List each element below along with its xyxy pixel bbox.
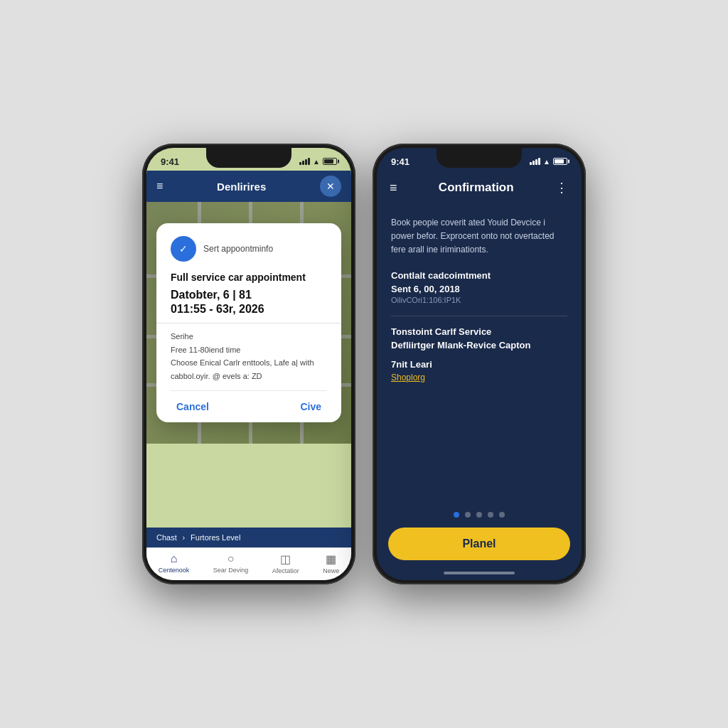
right-bottom: Planel bbox=[377, 505, 582, 580]
menu-icon[interactable]: ≡ bbox=[156, 180, 163, 193]
tab-search[interactable]: ○ Sear Deving bbox=[213, 552, 249, 574]
modal-icon: ✓ bbox=[171, 236, 196, 262]
right-phone: 9:41 ▲ ≡ Confirmation bbox=[373, 144, 586, 584]
left-status-icons: ▲ bbox=[299, 158, 337, 166]
level-bar: Chast › Furtores Level bbox=[146, 528, 351, 547]
home-icon: ⌂ bbox=[171, 552, 178, 565]
right-battery-icon bbox=[553, 158, 567, 165]
left-header-title: Denlirires bbox=[217, 181, 266, 193]
header-icon-button[interactable]: ✕ bbox=[320, 176, 341, 197]
modal-body-line2: Free 11-80iend time bbox=[171, 344, 327, 356]
check-icon: ✓ bbox=[179, 243, 188, 255]
section1-sub: OilivCOri1:106:IP1K bbox=[391, 296, 567, 304]
modal-title: Full service car appointment bbox=[171, 272, 327, 283]
section3-link: Shoplorg bbox=[391, 373, 567, 382]
tab-activity[interactable]: ◫ Afectatior bbox=[272, 552, 299, 574]
level-bar-left-label: Chast bbox=[156, 533, 177, 542]
right-signal-icon bbox=[530, 158, 540, 165]
tab-home[interactable]: ⌂ Centenook bbox=[159, 552, 190, 574]
section1-divider bbox=[391, 316, 567, 316]
level-bar-right-label: Furtores Level bbox=[191, 533, 240, 542]
home-indicator bbox=[444, 572, 515, 574]
section1-value: Sent 6, 00, 2018 bbox=[391, 284, 567, 294]
plan-button[interactable]: Planel bbox=[388, 528, 570, 560]
right-header-title: Confirmation bbox=[439, 181, 514, 195]
dot-2 bbox=[465, 512, 471, 518]
modal-header-text: Sert appoontminfo bbox=[203, 244, 273, 254]
left-time: 9:41 bbox=[161, 156, 179, 167]
modal-body-line1: Serihe bbox=[171, 331, 327, 343]
map-area: 🚗 👤 ✓ Sert appoontminfo Full service car… bbox=[146, 202, 351, 444]
right-wifi-icon: ▲ bbox=[543, 158, 550, 166]
modal-body-line4: cabbol.oyir. @ evels a: ZD bbox=[171, 370, 327, 382]
battery-icon bbox=[323, 158, 337, 165]
activity-icon: ◫ bbox=[280, 552, 291, 566]
news-icon: ▦ bbox=[326, 552, 336, 566]
confirm-button[interactable]: Cive bbox=[294, 398, 327, 415]
search-icon: ○ bbox=[228, 552, 235, 565]
wifi-icon: ▲ bbox=[313, 158, 320, 166]
tab-news-label: Newe bbox=[323, 567, 339, 574]
close-icon: ✕ bbox=[326, 181, 335, 192]
left-header: ≡ Denlirires ✕ bbox=[146, 171, 351, 202]
tab-news[interactable]: ▦ Newe bbox=[323, 552, 339, 574]
cancel-button[interactable]: Cancel bbox=[171, 398, 215, 415]
dot-3 bbox=[476, 512, 482, 518]
modal-body-line3: Choose Enical Carlr enttools, Lafe a| wi… bbox=[171, 357, 327, 369]
right-menu-icon[interactable]: ≡ bbox=[390, 181, 397, 196]
modal-header: ✓ Sert appoontminfo bbox=[171, 236, 327, 262]
tab-home-label: Centenook bbox=[159, 567, 190, 574]
section2-title: Tonstoint Carlf Service bbox=[391, 326, 567, 337]
modal-time: 011:55 - 63r, 2026 bbox=[171, 303, 327, 316]
tab-activity-label: Afectatior bbox=[272, 567, 299, 574]
description-text: Book peopie coverit ated Youid Devcice i… bbox=[391, 216, 567, 257]
right-header: ≡ Confirmation ⋮ bbox=[377, 171, 582, 205]
more-options-icon[interactable]: ⋮ bbox=[555, 180, 569, 196]
left-phone: 9:41 ▲ ≡ Denlirires ✕ bbox=[142, 144, 355, 584]
modal-actions: Cancel Cive bbox=[171, 390, 327, 422]
pagination-dots bbox=[377, 505, 582, 528]
modal-date: Datobter, 6 | 81 bbox=[171, 289, 327, 301]
modal-body: Serihe Free 11-80iend time Choose Enical… bbox=[171, 323, 327, 386]
appointment-modal: ✓ Sert appoontminfo Full service car app… bbox=[156, 223, 341, 422]
shop-link[interactable]: Shoplorg bbox=[391, 373, 425, 382]
tab-search-label: Sear Deving bbox=[213, 567, 249, 574]
section3-title: 7nit Leari bbox=[391, 359, 567, 370]
chevron-right-icon: › bbox=[183, 534, 185, 542]
tab-bar: ⌂ Centenook ○ Sear Deving ◫ Afectatior ▦… bbox=[146, 547, 351, 580]
section1-title: Contlalt cadcoimtment bbox=[391, 270, 567, 281]
notch-right bbox=[437, 148, 522, 168]
dot-1 bbox=[454, 512, 459, 518]
bottom-bar: Chast › Furtores Level ⌂ Centenook ○ Sea… bbox=[146, 528, 351, 580]
dot-4 bbox=[488, 512, 493, 518]
notch bbox=[206, 148, 291, 168]
dot-5 bbox=[499, 512, 505, 518]
section2-value: Defliirtger Mlank-Revice Capton bbox=[391, 340, 567, 350]
signal-icon bbox=[299, 158, 310, 165]
modal-overlay: ✓ Sert appoontminfo Full service car app… bbox=[146, 202, 351, 444]
right-time: 9:41 bbox=[391, 156, 410, 167]
right-status-icons: ▲ bbox=[530, 158, 567, 166]
